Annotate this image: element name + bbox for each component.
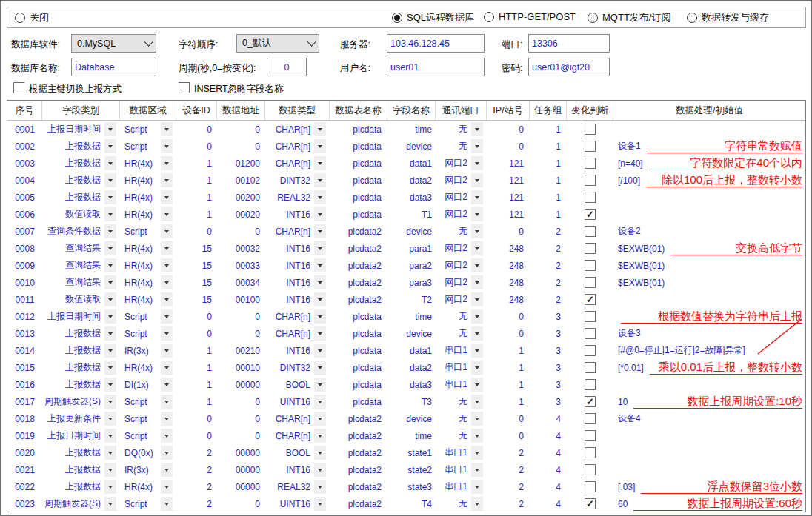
cell-category[interactable]: 查询条件数据 — [42, 223, 120, 240]
cell-table-name[interactable]: plcdata — [330, 359, 387, 376]
cell-process-initial[interactable] — [613, 189, 805, 206]
dropdown-arrow-icon[interactable] — [161, 156, 173, 170]
cell-device-id[interactable]: 1 — [176, 172, 217, 189]
change-judge-checkbox[interactable] — [585, 260, 596, 271]
cell-data-type[interactable]: INT16 — [265, 240, 330, 257]
dropdown-arrow-icon[interactable] — [314, 173, 326, 187]
cell-category[interactable]: 周期触发器(S) — [42, 495, 120, 512]
username-input[interactable] — [387, 58, 485, 76]
cell-address[interactable]: 0 — [217, 138, 265, 155]
cell-address[interactable]: 00032 — [217, 240, 265, 257]
cell-data-type[interactable]: DINT32 — [265, 172, 330, 189]
dropdown-arrow-icon[interactable] — [314, 207, 326, 221]
cell-data-area[interactable]: HR(4x) — [120, 189, 176, 206]
cell-data-type[interactable]: INT16 — [265, 206, 330, 223]
cell-process-initial[interactable] — [613, 376, 805, 393]
change-judge-checkbox[interactable] — [585, 141, 596, 152]
change-judge-checkbox[interactable] — [585, 379, 596, 390]
dropdown-arrow-icon[interactable] — [314, 190, 326, 204]
cell-device-id[interactable]: 0 — [176, 223, 217, 240]
cell-data-type[interactable]: BOOL — [265, 444, 330, 461]
cell-category[interactable]: 上报数据 — [42, 155, 120, 172]
cell-category[interactable]: 查询结果 — [42, 240, 120, 257]
dropdown-arrow-icon[interactable] — [471, 139, 483, 153]
cell-field-name[interactable]: T1 — [387, 206, 436, 223]
cell-field-name[interactable]: para3 — [387, 274, 436, 291]
cell-address[interactable]: 00102 — [217, 172, 265, 189]
cell-process-initial[interactable]: 根据数值替换为字符串后上报 — [613, 308, 805, 325]
cell-data-type[interactable]: INT16 — [265, 291, 330, 308]
cell-task-group[interactable]: 4 — [530, 444, 567, 461]
cell-data-area[interactable]: HR(4x) — [120, 155, 176, 172]
cell-address[interactable]: 00000 — [217, 444, 265, 461]
dropdown-arrow-icon[interactable] — [104, 309, 116, 324]
cell-table-name[interactable]: plcdata — [330, 138, 387, 155]
cell-table-name[interactable]: plcdata2 — [330, 478, 387, 495]
cell-device-id[interactable]: 1 — [176, 155, 217, 172]
cell-address[interactable]: 00210 — [217, 342, 265, 359]
dropdown-arrow-icon[interactable] — [471, 207, 483, 221]
dropdown-arrow-icon[interactable] — [314, 258, 326, 272]
change-judge-checkbox[interactable] — [585, 413, 596, 424]
dropdown-arrow-icon[interactable] — [104, 156, 116, 170]
cell-field-name[interactable]: time — [387, 121, 436, 138]
cell-address[interactable]: 00100 — [217, 291, 265, 308]
cell-comm-port[interactable]: 串口1 — [436, 478, 487, 495]
cell-address[interactable]: 0 — [217, 495, 265, 512]
radio-sql-remote-db[interactable]: SQL远程数据库 — [392, 11, 474, 24]
dropdown-arrow-icon[interactable] — [471, 378, 483, 392]
cell-process-initial[interactable] — [613, 444, 805, 461]
cell-process-initial[interactable]: 10 数据上报周期设置:10秒 — [613, 393, 805, 410]
cell-data-type[interactable]: DINT32 — [265, 359, 330, 376]
cell-process-initial[interactable]: 设备1 字符串常数赋值 — [613, 138, 805, 155]
cell-category[interactable]: 查询结果 — [42, 274, 120, 291]
cell-address[interactable]: 0 — [217, 308, 265, 325]
cell-data-area[interactable]: Script — [120, 138, 176, 155]
cell-task-group[interactable]: 1 — [530, 189, 567, 206]
dropdown-arrow-icon[interactable] — [161, 275, 173, 289]
cell-process-initial[interactable]: [.03] 浮点数保留3位小数 — [613, 478, 805, 495]
cell-data-area[interactable]: Script — [120, 410, 176, 427]
cell-table-name[interactable]: plcdata — [330, 206, 387, 223]
dropdown-arrow-icon[interactable] — [314, 395, 326, 409]
dropdown-arrow-icon[interactable] — [161, 224, 173, 238]
cell-category[interactable]: 数值读取 — [42, 291, 120, 308]
cell-comm-port[interactable]: 无 — [436, 410, 487, 427]
dropdown-arrow-icon[interactable] — [314, 446, 326, 460]
dropdown-arrow-icon[interactable] — [104, 241, 116, 255]
cell-task-group[interactable]: 3 — [530, 342, 567, 359]
cell-table-name[interactable]: plcdata2 — [330, 291, 387, 308]
cell-category[interactable]: 上报数据 — [42, 342, 120, 359]
change-judge-checkbox[interactable] — [585, 464, 596, 475]
cell-process-initial[interactable] — [613, 427, 805, 444]
cell-data-area[interactable]: Script — [120, 427, 176, 444]
cell-ip-station[interactable]: 0 — [487, 427, 530, 444]
dropdown-arrow-icon[interactable] — [161, 173, 173, 187]
cell-field-name[interactable]: data1 — [387, 342, 436, 359]
cell-comm-port[interactable]: 无 — [436, 121, 487, 138]
cell-task-group[interactable]: 1 — [530, 206, 567, 223]
cell-table-name[interactable]: plcdata2 — [330, 495, 387, 512]
dropdown-arrow-icon[interactable] — [471, 241, 483, 255]
dropdown-arrow-icon[interactable] — [104, 395, 116, 409]
cell-data-type[interactable]: INT16 — [265, 461, 330, 478]
cell-field-name[interactable]: state3 — [387, 478, 436, 495]
cell-category[interactable]: 上报数据 — [42, 461, 120, 478]
change-judge-checkbox[interactable] — [585, 294, 596, 305]
cell-process-initial[interactable]: [n=40] 字符数限定在40个以内 — [613, 155, 805, 172]
cell-device-id[interactable]: 2 — [176, 478, 217, 495]
dropdown-arrow-icon[interactable] — [314, 326, 326, 341]
cell-category[interactable]: 上报日期时间 — [42, 308, 120, 325]
cell-table-name[interactable]: plcdata — [330, 189, 387, 206]
cell-category[interactable]: 上报数据 — [42, 138, 120, 155]
change-judge-checkbox[interactable] — [585, 396, 596, 407]
cell-device-id[interactable]: 0 — [176, 121, 217, 138]
cell-address[interactable]: 0 — [217, 410, 265, 427]
cell-comm-port[interactable]: 串口1 — [436, 376, 487, 393]
cell-address[interactable]: 00010 — [217, 359, 265, 376]
cell-data-area[interactable]: Script — [120, 495, 176, 512]
cell-field-name[interactable]: device — [387, 410, 436, 427]
cell-data-area[interactable]: IR(3x) — [120, 461, 176, 478]
cell-field-name[interactable]: data1 — [387, 155, 436, 172]
cell-ip-station[interactable]: 2 — [487, 444, 530, 461]
